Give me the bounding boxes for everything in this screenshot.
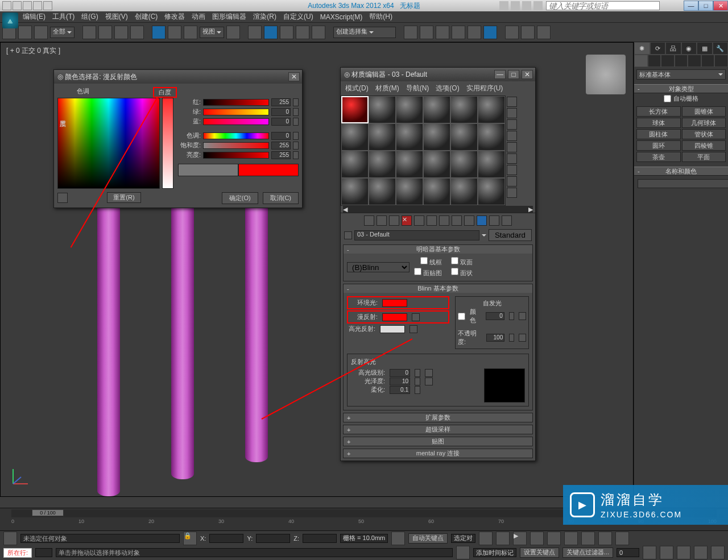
angle-snap-icon[interactable]: [280, 26, 293, 39]
material-slot[interactable]: [369, 96, 396, 123]
val-slider[interactable]: [203, 152, 269, 159]
star-icon[interactable]: [522, 1, 531, 10]
sample-uv-icon[interactable]: [507, 131, 517, 141]
menu-edit[interactable]: 编辑(E): [23, 12, 46, 22]
play-icon[interactable]: ▶: [513, 532, 527, 545]
whiteness-slider[interactable]: [162, 98, 173, 189]
select-icon[interactable]: [82, 26, 96, 39]
y-input[interactable]: [256, 534, 290, 543]
name-color-rollout-header[interactable]: -名称和颜色: [634, 167, 728, 176]
go-parent-icon[interactable]: [489, 215, 499, 226]
diffuse-swatch[interactable]: [382, 313, 407, 321]
hue-spinner[interactable]: [293, 132, 299, 140]
pyramid-button[interactable]: 四棱锥: [682, 140, 726, 151]
named-selection-dropdown[interactable]: 创建选择集: [333, 27, 396, 38]
me-menu-material[interactable]: 材质(M): [375, 84, 399, 93]
auto-key-button[interactable]: 自动关键点: [408, 533, 448, 544]
options-icon[interactable]: [507, 165, 517, 175]
cameras-cat-icon[interactable]: [675, 55, 688, 67]
gloss-spinner[interactable]: [415, 378, 420, 385]
material-slot[interactable]: [341, 151, 369, 178]
qat-save-icon[interactable]: [23, 1, 32, 10]
next-frame-icon[interactable]: [530, 532, 544, 545]
render-setup-icon[interactable]: [505, 26, 519, 39]
material-slot[interactable]: [478, 151, 505, 178]
assign-to-selection-icon[interactable]: [389, 215, 399, 226]
rotate-icon[interactable]: [168, 26, 181, 39]
viewport-label[interactable]: [ + 0 正交 0 真实 ]: [6, 46, 60, 56]
spec-level-value[interactable]: 0: [390, 369, 410, 377]
show-end-result-icon[interactable]: [477, 215, 487, 226]
opacity-value[interactable]: 100: [486, 334, 504, 342]
torus-button[interactable]: 圆环: [636, 140, 681, 151]
scene-cylinder[interactable]: [245, 201, 268, 462]
hue-slider[interactable]: [203, 132, 269, 139]
ref-coord-dropdown[interactable]: 视图: [200, 27, 224, 38]
selfillum-value[interactable]: 0: [486, 312, 504, 320]
red-slider[interactable]: [203, 99, 269, 106]
material-slot[interactable]: [478, 96, 505, 123]
shader-rollout-header[interactable]: -明暗器基本参数: [344, 245, 532, 254]
menu-animation[interactable]: 动画: [192, 12, 205, 22]
qat-redo-icon[interactable]: [43, 1, 52, 10]
material-slot[interactable]: [423, 151, 450, 178]
gloss-map-button[interactable]: [425, 378, 433, 385]
me-menu-options[interactable]: 选项(O): [436, 84, 459, 93]
zoom-icon[interactable]: [581, 532, 595, 545]
select-region-icon[interactable]: [114, 26, 128, 39]
selfillum-color-checkbox[interactable]: [458, 313, 465, 320]
material-slot[interactable]: [396, 96, 423, 123]
sample-type-icon[interactable]: [507, 97, 517, 107]
isolate-icon[interactable]: [391, 532, 405, 545]
put-to-library-icon[interactable]: [439, 215, 449, 226]
menu-maxscript[interactable]: MAXScript(M): [320, 13, 363, 21]
red-spinner[interactable]: [293, 98, 299, 106]
align-icon[interactable]: [420, 26, 433, 39]
selfillum-map-button[interactable]: [519, 312, 526, 320]
goto-start-icon[interactable]: [479, 532, 493, 545]
material-slot[interactable]: [423, 178, 450, 205]
window-crossing-icon[interactable]: [130, 26, 144, 39]
menu-views[interactable]: 视图(V): [105, 12, 128, 22]
orbit-icon[interactable]: [615, 532, 629, 545]
material-slot[interactable]: [369, 178, 396, 205]
hue-field[interactable]: [57, 98, 160, 189]
gloss-value[interactable]: 10: [390, 378, 410, 385]
x-input[interactable]: [209, 534, 243, 543]
time-tag-icon[interactable]: [456, 546, 470, 559]
auto-grid-checkbox[interactable]: [664, 95, 671, 102]
selection-filter-dropdown[interactable]: 全部: [50, 27, 75, 38]
make-copy-icon[interactable]: [414, 215, 424, 226]
blinn-rollout-header[interactable]: -Blinn 基本参数: [344, 284, 532, 293]
backlight-icon[interactable]: [507, 108, 517, 118]
material-name-arrow-icon[interactable]: [482, 234, 486, 237]
material-slot[interactable]: [396, 151, 423, 178]
blue-value[interactable]: 0: [271, 118, 291, 126]
wire-checkbox[interactable]: 线框: [414, 257, 442, 267]
material-slot[interactable]: [478, 123, 505, 151]
help-icon[interactable]: [533, 1, 543, 10]
material-type-button[interactable]: Standard: [489, 229, 532, 241]
menu-help[interactable]: 帮助(H): [369, 12, 392, 22]
material-editor-titlebar[interactable]: ◎ 材质编辑器 - 03 - Default — □ ✕: [341, 68, 535, 81]
z-input[interactable]: [303, 534, 337, 543]
menu-rendering[interactable]: 渲染(R): [253, 12, 276, 22]
mentalray-rollout-header[interactable]: +mental ray 连接: [344, 449, 532, 458]
me-menu-utilities[interactable]: 实用程序(U): [466, 84, 503, 93]
cancel-button[interactable]: 取消(C): [263, 192, 299, 204]
material-name-dropdown[interactable]: 03 - Default: [354, 230, 479, 240]
material-slot[interactable]: [450, 178, 478, 205]
ok-button[interactable]: 确定(O): [222, 192, 258, 204]
listener-icon[interactable]: [3, 532, 17, 545]
material-slot[interactable]: [369, 151, 396, 178]
soften-spinner[interactable]: [415, 386, 420, 394]
qat-new-icon[interactable]: [2, 1, 11, 10]
percent-snap-icon[interactable]: [296, 26, 309, 39]
hue-value[interactable]: 0: [271, 132, 291, 140]
cylinder-button[interactable]: 圆柱体: [636, 129, 681, 139]
opacity-map-button[interactable]: [519, 334, 526, 342]
display-tab-icon[interactable]: ▦: [697, 42, 713, 55]
create-tab-icon[interactable]: ✺: [634, 42, 650, 55]
link-icon[interactable]: [34, 26, 48, 39]
me-maximize-button[interactable]: □: [508, 70, 519, 79]
